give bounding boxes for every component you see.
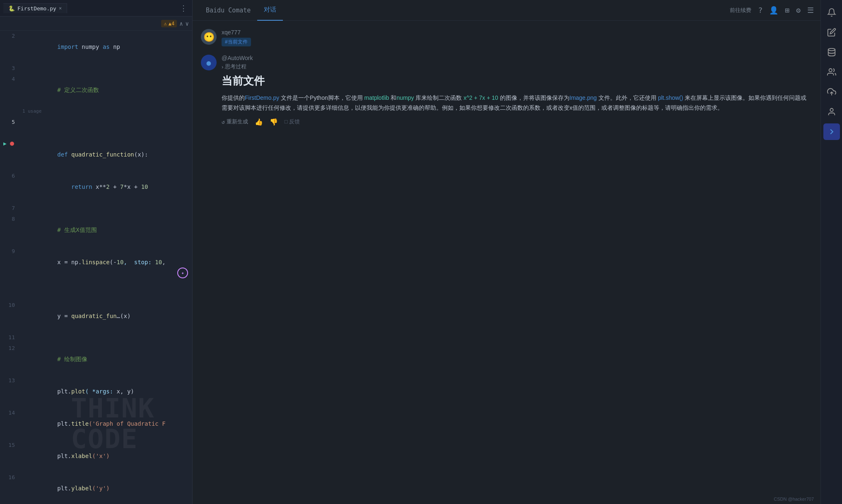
fn-xlabel: xlabel <box>71 453 92 459</box>
tab-file-icon: 🐍 <box>8 5 15 12</box>
editor-panel: 🐍 FirstDemo.py × ⋮ ⚠ ▲4 ∧ ∨ 2 import num… <box>0 0 193 504</box>
line-content-8: # 生成X值范围 <box>21 214 192 246</box>
tab-baidu-comate[interactable]: Baidu Comate <box>199 0 257 21</box>
code-area[interactable]: 2 import numpy as np 3 4 # 定义二次函数 <box>0 31 192 504</box>
line-content-4: # 定义二次函数 <box>21 74 192 106</box>
sidebar-icon-user[interactable] <box>823 104 840 120</box>
str-xlabel: ('x') <box>92 453 110 459</box>
code-line-4: 4 # 定义二次函数 <box>0 74 192 106</box>
chat-panel: Baidu Comate 对话 前往续费 ? 👤 ⊞ ⚙ ☰ 😶 xqe777 <box>193 0 820 504</box>
user-avatar-icon: 😶 <box>203 32 215 42</box>
right-sidebar <box>820 0 842 504</box>
menu-icon[interactable]: ☰ <box>807 6 814 14</box>
close-icon[interactable]: × <box>59 5 62 11</box>
line-num-10: 10 <box>0 300 21 311</box>
settings-icon[interactable]: ⚙ <box>796 6 801 14</box>
tab-dialog-label: 对话 <box>264 6 276 14</box>
kw-def: def <box>57 151 71 158</box>
str-title: ('Graph of Quadratic F <box>89 420 165 427</box>
param-stop: , stop: <box>123 259 155 265</box>
response-title: 当前文件 <box>222 74 812 88</box>
comment-plot: # 绘制图像 <box>57 356 87 362</box>
sidebar-icon-bell[interactable] <box>823 4 840 21</box>
svg-point-0 <box>828 48 835 51</box>
fn-quadratic-call: quadratic_fun <box>71 313 117 319</box>
str-ylabel: ('y') <box>92 485 110 492</box>
resp-text-1: 你提供的 <box>222 94 245 101</box>
line-content-12: # 绘制图像 <box>21 343 192 375</box>
line-content-10: y = quadratic_fun…(x) <box>21 300 192 332</box>
line-content-3 <box>21 63 192 74</box>
fn-quadratic: quadratic_function <box>71 151 134 158</box>
think-label: 思考过程 <box>225 63 246 70</box>
resp-text-2: 文件是一个Python脚本，它使用 <box>279 94 364 101</box>
refresh-icon: ↺ <box>222 119 225 125</box>
user-message-content: xqe777 #当前文件 <box>222 29 812 46</box>
bot-response: @AutoWork › 思考过程 当前文件 你提供的FirstDemo.py 文… <box>222 55 812 126</box>
code-line-13: 13 plt.plot( *args: x, y) <box>0 375 192 408</box>
question-icon[interactable]: ? <box>758 6 762 14</box>
line-num-9: 9 <box>0 246 21 257</box>
param-args: ( *args: <box>85 388 117 395</box>
more-options-icon[interactable]: ⋮ <box>178 2 189 14</box>
resp-text-6: 文件。此外，它还使用 <box>597 94 658 101</box>
grid-icon[interactable]: ⊞ <box>785 6 789 14</box>
resp-text-4: 库来绘制二次函数 <box>414 94 463 101</box>
feedback-button[interactable]: □ 反馈 <box>285 118 300 125</box>
code-lines: 2 import numpy as np 3 4 # 定义二次函数 <box>0 31 192 504</box>
arrow-up-toolbar-icon[interactable]: ∧ <box>179 20 183 27</box>
sidebar-icon-arrow-right[interactable] <box>823 123 840 140</box>
code-line-10: 10 y = quadratic_fun…(x) <box>0 300 192 332</box>
line-num-16: 16 <box>0 472 21 483</box>
editor-tab-firstdemo[interactable]: 🐍 FirstDemo.py × <box>3 3 67 13</box>
resp-file: FirstDemo.py <box>245 94 279 101</box>
fn-linspace: linspace <box>82 259 109 265</box>
line-num-15: 15 <box>0 440 21 451</box>
code-line-8: 8 # 生成X值范围 <box>0 214 192 246</box>
bot-avatar: ● <box>201 55 217 70</box>
resp-formula: x^2 + 7x + 10 <box>463 94 498 101</box>
renew-btn[interactable]: 前往续费 <box>730 7 751 14</box>
fn-ylabel: ylabel <box>71 485 92 492</box>
like-button[interactable]: 👍 <box>255 118 263 126</box>
code-line-5: 5 ▶ def quadratic_function(x): <box>0 117 192 171</box>
chat-header-actions: 前往续费 ? 👤 ⊞ ⚙ ☰ <box>730 6 814 14</box>
kw-return: return <box>57 183 96 190</box>
code-line-9: 9 x = np.linspace(-10, stop: 10, ✦ <box>0 246 192 300</box>
code-line-12: 12 # 绘制图像 <box>0 343 192 375</box>
resp-lib-matplotlib: matplotlib <box>364 94 389 101</box>
editor-toolbar: ⚠ ▲4 ∧ ∨ <box>0 17 192 31</box>
bot-avatar-icon: ● <box>207 58 211 67</box>
line-num-3: 3 <box>0 63 21 74</box>
person-icon[interactable]: 👤 <box>769 6 778 14</box>
code-line-14: 14 plt.title('Graph of Quadratic F <box>0 408 192 440</box>
think-toggle[interactable]: › 思考过程 <box>222 63 812 70</box>
resp-text-5: 的图像，并将该图像保存为 <box>498 94 569 101</box>
user-avatar: 😶 <box>201 29 217 45</box>
circle-marker-icon: ✦ <box>177 268 188 278</box>
num-10: 10 <box>141 183 148 190</box>
chat-messages[interactable]: 😶 xqe777 #当前文件 ● @AutoWork › 思考过程 当前文件 <box>193 21 820 494</box>
comment-x-range: # 生成X值范围 <box>57 227 97 233</box>
regen-button[interactable]: ↺ 重新生成 <box>222 118 248 125</box>
line-num-2: 2 <box>0 31 21 41</box>
footer-credit: CSDN @hacker707 <box>774 497 814 502</box>
code-line-6: 6 return x**2 + 7*x + 10 <box>0 171 192 203</box>
sidebar-icon-people[interactable] <box>823 64 840 80</box>
line-content-6: return x**2 + 7*x + 10 <box>21 171 192 203</box>
user-message-row: 😶 xqe777 #当前文件 <box>201 29 812 46</box>
line-num-14: 14 <box>0 408 21 418</box>
num-2: 2 <box>106 183 109 190</box>
code-line-15: 15 plt.xlabel('x') <box>0 440 192 472</box>
sidebar-icon-edit[interactable] <box>823 24 840 41</box>
code-line-2: 2 import numpy as np <box>0 31 192 63</box>
resp-func: plt.show() <box>658 94 683 101</box>
sidebar-icon-database[interactable] <box>823 44 840 60</box>
arrow-down-toolbar-icon[interactable]: ∨ <box>186 20 189 27</box>
tab-dialog[interactable]: 对话 <box>257 0 283 21</box>
line-num-4: 4 <box>0 74 21 84</box>
sidebar-icon-upload[interactable] <box>823 84 840 100</box>
chat-header: Baidu Comate 对话 前往续费 ? 👤 ⊞ ⚙ ☰ <box>193 0 820 21</box>
dislike-button[interactable]: 👎 <box>270 118 278 126</box>
tab-baidu-comate-label: Baidu Comate <box>206 7 251 14</box>
